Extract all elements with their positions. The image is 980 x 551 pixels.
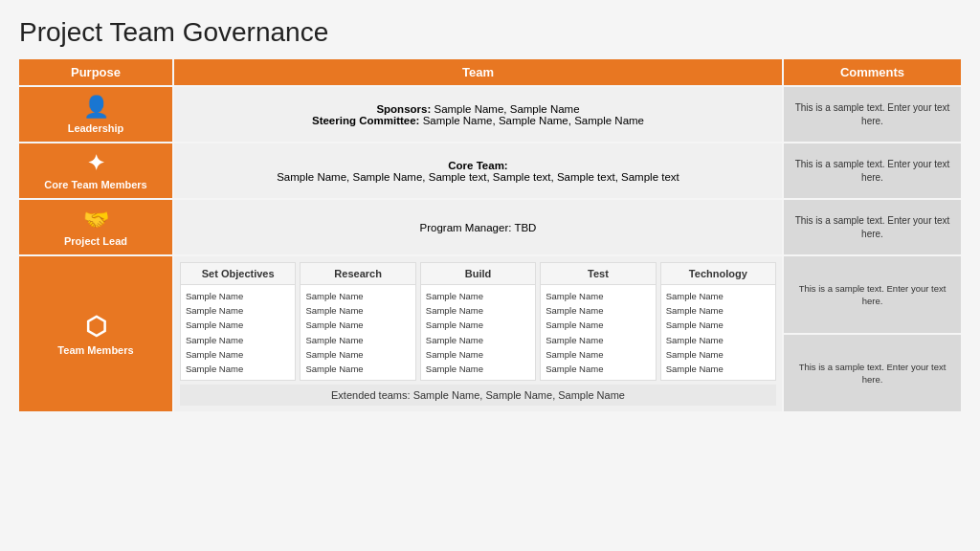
team-members-comment-top: This is a sample text. Enter your text h… <box>784 256 961 333</box>
purpose-header: Purpose <box>19 59 172 85</box>
research-names: Sample Name Sample Name Sample Name Samp… <box>301 285 414 380</box>
program-manager: Program Manager: TBD <box>420 222 537 233</box>
sponsors-label: Sponsors: <box>376 103 431 115</box>
list-item: Sample Name <box>305 333 410 347</box>
list-item: Sample Name <box>546 303 650 318</box>
list-item: Sample Name <box>546 333 650 347</box>
list-item: Sample Name <box>546 362 650 376</box>
list-item: Sample Name <box>186 318 290 332</box>
leadership-purpose: 👤 Leadership <box>19 87 172 142</box>
list-item: Sample Name <box>186 289 290 303</box>
core-team-bold: Core Team: <box>448 160 507 171</box>
test-names: Sample Name Sample Name Sample Name Samp… <box>541 285 655 380</box>
page-title: Project Team Governance <box>19 17 961 48</box>
technology-header: Technology <box>661 263 775 285</box>
list-item: Sample Name <box>546 289 650 303</box>
research-header: Research <box>301 263 414 285</box>
project-lead-purpose: 🤝 Project Lead <box>19 200 172 254</box>
build-names: Sample Name Sample Name Sample Name Samp… <box>421 285 535 380</box>
list-item: Sample Name <box>666 362 770 376</box>
steering-label: Steering Committee: <box>312 115 419 126</box>
sponsors-value: Sample Name, Sample Name <box>431 103 579 115</box>
list-item: Sample Name <box>305 362 410 376</box>
steering-value: Sample Name, Sample Name, Sample Name <box>419 115 644 126</box>
leadership-row: 👤 Leadership Sponsors: Sample Name, Samp… <box>19 87 961 142</box>
team-members-purpose: ⬡ Team Members <box>19 256 172 411</box>
list-item: Sample Name <box>186 362 290 376</box>
list-item: Sample Name <box>186 347 290 362</box>
team-members-content: Set Objectives Sample Name Sample Name S… <box>174 256 782 411</box>
project-lead-row: 🤝 Project Lead Program Manager: TBD This… <box>19 200 961 254</box>
list-item: Sample Name <box>666 318 770 332</box>
list-item: Sample Name <box>305 303 410 318</box>
list-item: Sample Name <box>666 303 770 318</box>
comments-header: Comments <box>784 59 961 85</box>
list-item: Sample Name <box>426 289 530 303</box>
governance-table: Purpose Team Comments 👤 Leadership Spons… <box>19 59 961 411</box>
project-lead-icon: 🤝 <box>83 208 109 232</box>
leadership-comment: This is a sample text. Enter your text h… <box>784 87 961 142</box>
sub-col-test: Test Sample Name Sample Name Sample Name… <box>540 262 656 381</box>
team-header: Team <box>174 59 782 85</box>
team-members-comment-bottom: This is a sample text. Enter your text h… <box>784 335 961 411</box>
project-lead-label: Project Lead <box>64 235 127 247</box>
list-item: Sample Name <box>546 318 650 332</box>
leadership-label: Leadership <box>68 122 124 134</box>
list-item: Sample Name <box>305 347 410 362</box>
list-item: Sample Name <box>186 333 290 347</box>
leadership-icon: 👤 <box>83 95 109 120</box>
leadership-team: Sponsors: Sample Name, Sample Name Steer… <box>174 87 782 142</box>
sub-col-research: Research Sample Name Sample Name Sample … <box>300 262 415 381</box>
list-item: Sample Name <box>666 289 770 303</box>
team-members-icon: ⬡ <box>85 312 107 342</box>
core-team-purpose: ✦ Core Team Members <box>19 143 172 198</box>
team-members-row: ⬡ Team Members Set Objectives Sample Nam… <box>19 256 961 411</box>
list-item: Sample Name <box>426 303 530 318</box>
team-members-label: Team Members <box>57 344 133 356</box>
sub-col-technology: Technology Sample Name Sample Name Sampl… <box>660 262 776 381</box>
project-lead-team: Program Manager: TBD <box>174 200 782 254</box>
test-header: Test <box>541 263 655 285</box>
list-item: Sample Name <box>305 289 410 303</box>
core-team-comment: This is a sample text. Enter your text h… <box>784 143 961 198</box>
core-team-names: Sample Name, Sample Name, Sample text, S… <box>277 171 679 183</box>
list-item: Sample Name <box>546 347 650 362</box>
sub-col-set-objectives: Set Objectives Sample Name Sample Name S… <box>180 262 296 381</box>
list-item: Sample Name <box>666 347 770 362</box>
list-item: Sample Name <box>426 333 530 347</box>
build-header: Build <box>421 263 535 285</box>
list-item: Sample Name <box>426 318 530 332</box>
set-objectives-names: Sample Name Sample Name Sample Name Samp… <box>181 285 295 380</box>
core-team-icon: ✦ <box>87 151 104 176</box>
list-item: Sample Name <box>426 362 530 376</box>
sub-col-build: Build Sample Name Sample Name Sample Nam… <box>420 262 536 381</box>
core-team-row: ✦ Core Team Members Core Team: Sample Na… <box>19 143 961 198</box>
extended-teams: Extended teams: Sample Name, Sample Name… <box>180 385 776 406</box>
list-item: Sample Name <box>186 303 290 318</box>
list-item: Sample Name <box>426 347 530 362</box>
sub-columns-container: Set Objectives Sample Name Sample Name S… <box>180 262 776 381</box>
core-team-label: Core Team Members <box>44 179 146 190</box>
set-objectives-header: Set Objectives <box>181 263 295 285</box>
list-item: Sample Name <box>666 333 770 347</box>
technology-names: Sample Name Sample Name Sample Name Samp… <box>661 285 775 380</box>
table-header-row: Purpose Team Comments <box>19 59 961 85</box>
team-members-comments: This is a sample text. Enter your text h… <box>784 256 961 411</box>
project-lead-comment: This is a sample text. Enter your text h… <box>784 200 961 254</box>
list-item: Sample Name <box>305 318 410 332</box>
core-team-team: Core Team: Sample Name, Sample Name, Sam… <box>174 143 782 198</box>
